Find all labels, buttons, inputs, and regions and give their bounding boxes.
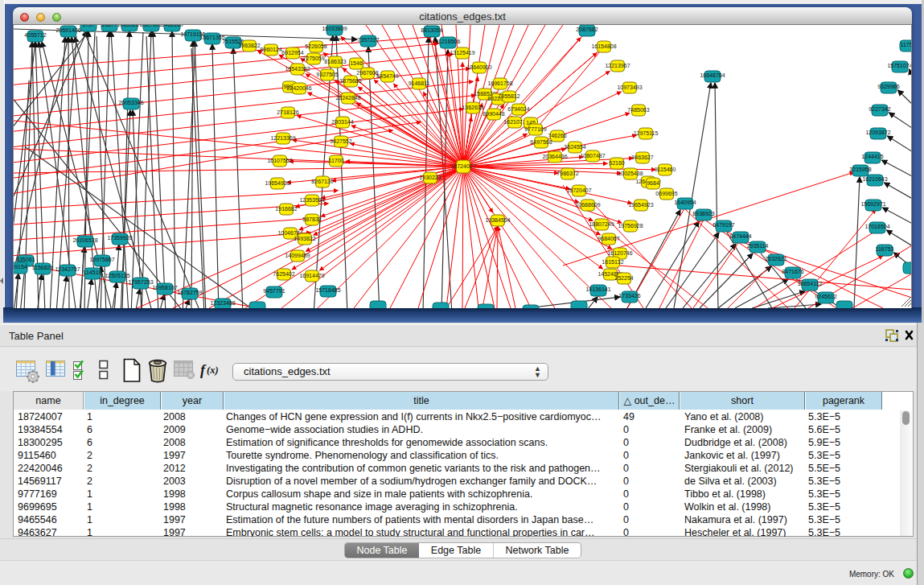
svg-text:62160: 62160 [609, 160, 625, 166]
svg-text:16914479: 16914479 [299, 273, 324, 278]
svg-text:13125419: 13125419 [450, 50, 474, 56]
svg-text:9463627: 9463627 [631, 154, 653, 160]
svg-text:12093872: 12093872 [865, 130, 890, 135]
svg-text:10025438: 10025438 [618, 171, 643, 176]
svg-text:1733426: 1733426 [618, 293, 640, 299]
svg-text:252254: 252254 [614, 275, 633, 281]
svg-text:10653267: 10653267 [117, 25, 142, 27]
svg-text:1757: 1757 [82, 25, 95, 27]
svg-text:8267130: 8267130 [311, 179, 333, 184]
svg-text:6479197: 6479197 [713, 222, 734, 228]
svg-text:15720407: 15720407 [566, 187, 591, 193]
svg-text:3875685: 3875685 [339, 78, 361, 84]
svg-text:20364436: 20364436 [542, 154, 567, 159]
svg-text:0699695: 0699695 [655, 191, 677, 196]
svg-text:9115460: 9115460 [655, 167, 676, 172]
svg-text:587833: 587833 [302, 216, 321, 222]
svg-text:114519: 114519 [84, 270, 102, 275]
svg-text:9146811: 9146811 [409, 80, 430, 86]
svg-text:8454749: 8454749 [376, 73, 398, 79]
svg-text:18724007: 18724007 [450, 163, 475, 169]
svg-text:18807249: 18807249 [589, 221, 614, 227]
svg-text:1362635: 1362635 [462, 105, 483, 110]
svg-text:2803144: 2803144 [331, 119, 353, 125]
svg-text:10807487: 10807487 [580, 153, 605, 159]
svg-text:15716485: 15716485 [315, 287, 340, 293]
svg-text:3624554: 3624554 [564, 144, 585, 150]
svg-text:20206578: 20206578 [72, 237, 97, 243]
svg-text:17957253: 17957253 [128, 279, 153, 285]
svg-text:6497568: 6497568 [530, 139, 552, 145]
svg-text:7625402: 7625402 [273, 271, 294, 277]
svg-text:16154808: 16154808 [591, 43, 616, 49]
svg-text:4055712: 4055712 [24, 32, 46, 38]
svg-text:14136141: 14136141 [585, 286, 610, 292]
svg-text:18640910: 18640910 [466, 64, 491, 70]
svg-text:17359928: 17359928 [107, 235, 132, 241]
svg-text:9245612: 9245612 [815, 294, 836, 299]
svg-text:1156829: 1156829 [32, 265, 54, 270]
svg-text:16648784: 16648784 [700, 72, 725, 78]
svg-text:8471676: 8471676 [782, 269, 803, 274]
svg-text:16210643: 16210643 [862, 176, 887, 182]
svg-text:7986372: 7986372 [556, 171, 578, 176]
svg-text:1930223: 1930223 [419, 175, 441, 180]
svg-text:19654933: 19654933 [265, 180, 290, 186]
svg-text:17016504: 17016504 [864, 224, 889, 229]
svg-text:11218506: 11218506 [436, 39, 461, 44]
svg-text:8990448: 8990448 [483, 111, 504, 117]
svg-text:20053346: 20053346 [118, 100, 143, 105]
svg-text:39154: 39154 [14, 264, 27, 270]
svg-text:15751074: 15751074 [887, 63, 912, 68]
svg-text:1621072: 1621072 [503, 119, 525, 125]
svg-text:1916682: 1916682 [275, 206, 297, 212]
svg-text:2935114: 2935114 [747, 243, 769, 249]
svg-text:1615132: 1615132 [602, 259, 623, 265]
svg-text:16671355: 16671355 [199, 35, 224, 40]
svg-text:22242848: 22242848 [335, 95, 360, 101]
svg-text:10975867: 10975867 [89, 257, 114, 262]
svg-text:16107552: 16107552 [267, 158, 292, 163]
svg-text:9227342: 9227342 [869, 106, 890, 112]
svg-text:8938923: 8938923 [692, 211, 714, 216]
svg-text:16961758: 16961758 [487, 80, 512, 86]
svg-text:16877: 16877 [101, 25, 117, 27]
svg-text:12213369: 12213369 [270, 135, 295, 141]
svg-text:9427552: 9427552 [330, 138, 351, 144]
svg-text:(x): (x) [207, 365, 219, 376]
svg-text:2718126: 2718126 [277, 109, 298, 115]
svg-text:5226058: 5226058 [305, 43, 326, 49]
svg-text:7632621: 7632621 [765, 256, 786, 262]
svg-text:9457791: 9457791 [263, 288, 285, 294]
svg-text:9329966: 9329966 [877, 84, 899, 89]
svg-text:7357227: 7357227 [357, 37, 379, 43]
svg-text:11751: 11751 [901, 42, 912, 47]
svg-text:10973493: 10973493 [617, 84, 642, 90]
svg-text:7963822: 7963822 [238, 43, 260, 48]
svg-text:6466160: 6466160 [161, 25, 183, 27]
svg-text:15692971: 15692971 [860, 201, 885, 207]
svg-text:12323488: 12323488 [210, 300, 235, 306]
svg-text:12353594: 12353594 [299, 197, 324, 203]
svg-text:2967608: 2967608 [356, 70, 378, 76]
svg-text:1546: 1546 [350, 60, 363, 66]
svg-text:2087682: 2087682 [576, 27, 598, 32]
svg-text:11700: 11700 [329, 158, 344, 163]
svg-text:7485063: 7485063 [627, 107, 649, 113]
svg-text:8960124: 8960124 [260, 47, 281, 52]
svg-text:746266: 746266 [548, 133, 566, 138]
svg-text:22420046: 22420046 [286, 85, 311, 91]
svg-text:9777169: 9777169 [524, 126, 546, 132]
svg-text:16782759: 16782759 [177, 290, 202, 295]
svg-text:12342757: 12342757 [55, 266, 80, 272]
svg-text:16543382: 16543382 [285, 66, 310, 72]
svg-text:20691406: 20691406 [55, 27, 80, 33]
svg-text:9327505: 9327505 [316, 72, 338, 77]
svg-text:16033809: 16033809 [322, 26, 347, 31]
svg-text:10654112: 10654112 [798, 281, 823, 286]
svg-text:1493822: 1493822 [294, 236, 315, 241]
svg-text:9684: 9684 [647, 180, 659, 186]
svg-text:9684067: 9684067 [598, 236, 619, 241]
svg-text:1527602: 1527602 [140, 25, 162, 27]
svg-text:10688609: 10688609 [575, 202, 600, 208]
